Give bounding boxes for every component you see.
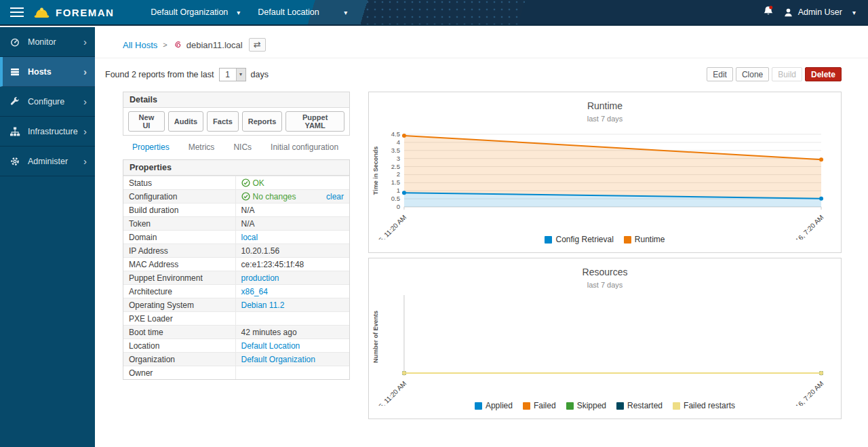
edit-button[interactable]: Edit (707, 67, 733, 81)
chart-title: Resources (369, 267, 841, 277)
value-link[interactable]: x86_64 (241, 287, 268, 296)
svg-text:3: 3 (397, 155, 400, 162)
days-select-value: 1 (220, 70, 236, 79)
reports-button[interactable]: Reports (242, 111, 283, 132)
legend-swatch (566, 402, 574, 410)
tab-initial-configuration[interactable]: Initial configuration (271, 142, 338, 152)
legend-item-failed[interactable]: Failed (523, 401, 556, 410)
menu-toggle-icon[interactable] (10, 5, 24, 20)
chart-title: Runtime (369, 100, 841, 111)
caret-down-icon: ▾ (344, 9, 347, 16)
sidebar-item-label: Hosts (28, 67, 52, 77)
legend-label: Runtime (635, 235, 665, 244)
days-select[interactable]: 1 ▾ (219, 68, 246, 81)
sidebar-item-infrastructure[interactable]: Infrastructure› (0, 117, 95, 147)
table-row: Owner (123, 366, 349, 380)
legend-label: Skipped (577, 401, 606, 410)
breadcrumb-all-hosts-link[interactable]: All Hosts (123, 40, 157, 50)
prop-value-location: Default Location (235, 339, 349, 353)
prop-value-domain: local (235, 231, 349, 244)
delete-button[interactable]: Delete (805, 67, 842, 81)
gear-icon (9, 156, 22, 167)
found-reports-text: Found 2 reports from the last (105, 70, 214, 79)
prop-label-domain: Domain (123, 231, 235, 244)
resources-chart: Number of Events11/25, 11:20 AM12/16, 7:… (369, 290, 841, 406)
gauge-icon (9, 37, 22, 47)
legend-item-skipped[interactable]: Skipped (566, 401, 606, 410)
properties-panel: Properties StatusOKConfigurationNo chang… (123, 159, 350, 380)
facts-button[interactable]: Facts (207, 111, 239, 132)
legend-item-applied[interactable]: Applied (475, 401, 513, 410)
user-menu[interactable]: Admin User ▾ (783, 7, 856, 18)
sidebar-item-administer[interactable]: Administer› (0, 147, 95, 176)
audits-button[interactable]: Audits (168, 111, 203, 132)
main-content: All Hosts > debian11.local ⇄ Found 2 rep… (95, 0, 868, 419)
details-buttons: New UIAuditsFactsReportsPuppet YAML (123, 108, 349, 135)
prop-label-organization: Organization (123, 353, 235, 366)
debian-icon (173, 40, 183, 50)
sidebar-nav: Monitor›Hosts›Configure›Infrastructure›A… (0, 27, 95, 447)
value-link[interactable]: local (241, 233, 258, 242)
location-selector[interactable]: Default Location ▾ (258, 7, 347, 17)
table-row: OrganizationDefault Organization (123, 353, 349, 366)
clone-button[interactable]: Clone (736, 67, 769, 81)
legend-swatch (475, 402, 482, 410)
legend-label: Config Retrieval (555, 235, 613, 244)
value-link[interactable]: Default Location (241, 341, 300, 351)
organization-selector[interactable]: Default Organization ▾ (151, 7, 240, 17)
tab-nics[interactable]: NICs (233, 142, 252, 152)
notifications-bell-icon[interactable] (763, 5, 774, 19)
table-row: Build durationN/A (123, 203, 349, 217)
prop-value-organization: Default Organization (235, 353, 349, 366)
sidebar-item-label: Infrastructure (28, 127, 78, 136)
legend-swatch (616, 402, 624, 410)
table-row: TokenN/A (123, 217, 349, 231)
table-row: MAC Addressce:e1:23:45:1f:48 (123, 258, 349, 271)
caret-down-icon: ▾ (237, 9, 240, 16)
legend-item-runtime[interactable]: Runtime (624, 235, 665, 244)
svg-text:0.5: 0.5 (391, 195, 400, 202)
host-switcher-button[interactable]: ⇄ (249, 38, 266, 52)
sidebar-item-hosts[interactable]: Hosts› (0, 57, 95, 87)
location-selector-label: Default Location (258, 7, 319, 17)
status-text: No changes (253, 192, 296, 201)
reports-toolbar: Found 2 reports from the last 1 ▾ days E… (95, 58, 868, 87)
prop-value-configuration: No changesclear (235, 190, 349, 203)
prop-label-owner: Owner (123, 366, 235, 380)
build-button: Build (772, 67, 802, 81)
legend-item-restarted[interactable]: Restarted (616, 401, 663, 410)
new-ui-button[interactable]: New UI (128, 111, 165, 132)
table-row: Architecturex86_64 (123, 285, 349, 298)
svg-text:Time in Seconds: Time in Seconds (372, 147, 379, 195)
table-row: Boot time42 minutes ago (123, 326, 349, 339)
sidebar-item-monitor[interactable]: Monitor› (0, 27, 95, 57)
legend-swatch (624, 236, 631, 244)
properties-table: StatusOKConfigurationNo changesclearBuil… (123, 176, 349, 379)
breadcrumb: All Hosts > debian11.local ⇄ (95, 27, 868, 58)
value-link[interactable]: production (241, 273, 279, 283)
prop-value-mac-address: ce:e1:23:45:1f:48 (235, 258, 349, 271)
check-circle-icon (241, 192, 250, 201)
tab-properties[interactable]: Properties (132, 142, 170, 152)
prop-value-build-duration: N/A (235, 203, 349, 217)
wrench-icon (9, 96, 22, 107)
puppet-yaml-button[interactable]: Puppet YAML (285, 111, 344, 132)
status-text: OK (253, 178, 264, 188)
foreman-brand[interactable]: FOREMAN (33, 5, 114, 20)
value-link[interactable]: Debian 11.2 (241, 300, 285, 310)
prop-label-location: Location (123, 339, 235, 353)
host-name: debian11.local (186, 40, 243, 50)
legend-item-config-retrieval[interactable]: Config Retrieval (545, 235, 613, 244)
prop-value-puppet-environment: production (235, 271, 349, 285)
legend-swatch (673, 402, 680, 410)
organization-selector-label: Default Organization (151, 7, 228, 17)
legend-item-failed-restarts[interactable]: Failed restarts (673, 401, 735, 410)
prop-value-token: N/A (235, 217, 349, 231)
tab-metrics[interactable]: Metrics (189, 142, 215, 152)
chevron-right-icon: › (83, 37, 87, 47)
value-link[interactable]: Default Organization (241, 355, 315, 364)
runtime-chart-panel: Runtime last 7 days 00.511.522.533.544.5… (368, 92, 842, 253)
table-row: Domainlocal (123, 231, 349, 244)
sidebar-item-configure[interactable]: Configure› (0, 87, 95, 117)
clear-link[interactable]: clear (326, 192, 344, 201)
